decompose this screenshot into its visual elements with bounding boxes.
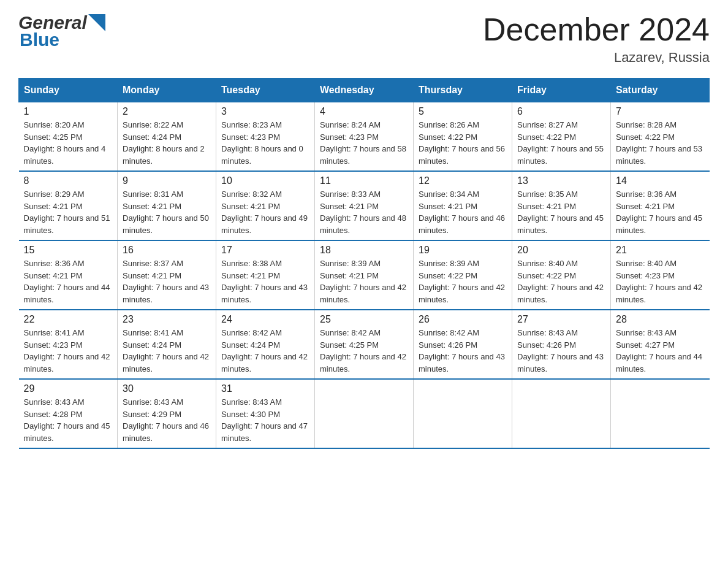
day-number: 5	[419, 106, 507, 117]
day-info: Sunrise: 8:22 AM Sunset: 4:24 PM Dayligh…	[123, 119, 211, 167]
sunrise-label: Sunrise: 8:24 AM	[320, 120, 381, 129]
calendar-cell: 15 Sunrise: 8:36 AM Sunset: 4:21 PM Dayl…	[19, 240, 118, 310]
sunset-label: Sunset: 4:21 PM	[320, 271, 379, 280]
day-number: 2	[123, 106, 211, 117]
calendar-cell: 12 Sunrise: 8:34 AM Sunset: 4:21 PM Dayl…	[414, 171, 512, 240]
daylight-label: Daylight: 7 hours and 58 minutes.	[320, 144, 406, 166]
calendar-cell: 3 Sunrise: 8:23 AM Sunset: 4:23 PM Dayli…	[216, 102, 315, 172]
sunset-label: Sunset: 4:22 PM	[517, 271, 576, 280]
day-info: Sunrise: 8:43 AM Sunset: 4:28 PM Dayligh…	[24, 396, 113, 444]
daylight-label: Daylight: 7 hours and 56 minutes.	[419, 144, 505, 166]
calendar-body: 1 Sunrise: 8:20 AM Sunset: 4:25 PM Dayli…	[19, 102, 710, 449]
daylight-label: Daylight: 7 hours and 43 minutes.	[123, 283, 209, 304]
day-info: Sunrise: 8:42 AM Sunset: 4:24 PM Dayligh…	[221, 327, 309, 375]
logo: General Blue	[18, 12, 105, 50]
sunset-label: Sunset: 4:23 PM	[24, 340, 83, 350]
sunset-label: Sunset: 4:24 PM	[123, 132, 181, 142]
day-info: Sunrise: 8:26 AM Sunset: 4:22 PM Dayligh…	[419, 119, 507, 167]
day-number: 29	[24, 383, 113, 394]
sunrise-label: Sunrise: 8:36 AM	[24, 259, 85, 268]
month-title: December 2024	[483, 12, 710, 47]
calendar-table: Sunday Monday Tuesday Wednesday Thursday…	[18, 78, 710, 449]
calendar-cell: 19 Sunrise: 8:39 AM Sunset: 4:22 PM Dayl…	[414, 240, 512, 310]
day-info: Sunrise: 8:43 AM Sunset: 4:26 PM Dayligh…	[517, 327, 605, 375]
calendar-cell: 4 Sunrise: 8:24 AM Sunset: 4:23 PM Dayli…	[315, 102, 414, 172]
calendar-cell: 2 Sunrise: 8:22 AM Sunset: 4:24 PM Dayli…	[118, 102, 216, 172]
sunset-label: Sunset: 4:27 PM	[616, 340, 675, 350]
day-info: Sunrise: 8:39 AM Sunset: 4:22 PM Dayligh…	[419, 258, 507, 305]
calendar-cell: 7 Sunrise: 8:28 AM Sunset: 4:22 PM Dayli…	[611, 102, 710, 172]
location: Lazarev, Russia	[483, 50, 710, 66]
week-row-5: 29 Sunrise: 8:43 AM Sunset: 4:28 PM Dayl…	[19, 379, 710, 448]
calendar-cell: 10 Sunrise: 8:32 AM Sunset: 4:21 PM Dayl…	[216, 171, 315, 240]
sunrise-label: Sunrise: 8:43 AM	[221, 397, 282, 407]
day-number: 14	[616, 175, 705, 186]
sunset-label: Sunset: 4:21 PM	[221, 202, 280, 211]
day-number: 3	[221, 106, 309, 117]
sunset-label: Sunset: 4:22 PM	[419, 271, 477, 280]
day-info: Sunrise: 8:40 AM Sunset: 4:22 PM Dayligh…	[517, 258, 605, 305]
daylight-label: Daylight: 7 hours and 46 minutes.	[419, 213, 505, 235]
calendar-cell: 25 Sunrise: 8:42 AM Sunset: 4:25 PM Dayl…	[315, 310, 414, 379]
daylight-label: Daylight: 7 hours and 48 minutes.	[320, 213, 406, 235]
daylight-label: Daylight: 8 hours and 4 minutes.	[24, 144, 106, 166]
daylight-label: Daylight: 7 hours and 42 minutes.	[320, 352, 406, 373]
sunset-label: Sunset: 4:21 PM	[123, 202, 181, 211]
day-info: Sunrise: 8:41 AM Sunset: 4:24 PM Dayligh…	[123, 327, 211, 375]
day-info: Sunrise: 8:37 AM Sunset: 4:21 PM Dayligh…	[123, 258, 211, 305]
day-number: 12	[419, 175, 507, 186]
day-info: Sunrise: 8:29 AM Sunset: 4:21 PM Dayligh…	[24, 188, 113, 236]
daylight-label: Daylight: 7 hours and 55 minutes.	[517, 144, 604, 166]
header-monday: Monday	[118, 79, 216, 102]
sunrise-label: Sunrise: 8:39 AM	[320, 259, 381, 268]
calendar-cell: 18 Sunrise: 8:39 AM Sunset: 4:21 PM Dayl…	[315, 240, 414, 310]
sunrise-label: Sunrise: 8:42 AM	[320, 328, 381, 337]
day-info: Sunrise: 8:28 AM Sunset: 4:22 PM Dayligh…	[616, 119, 705, 167]
sunset-label: Sunset: 4:22 PM	[419, 132, 477, 142]
day-info: Sunrise: 8:31 AM Sunset: 4:21 PM Dayligh…	[123, 188, 211, 236]
day-info: Sunrise: 8:32 AM Sunset: 4:21 PM Dayligh…	[221, 188, 309, 236]
sunset-label: Sunset: 4:26 PM	[419, 340, 477, 350]
calendar-cell: 20 Sunrise: 8:40 AM Sunset: 4:22 PM Dayl…	[512, 240, 611, 310]
daylight-label: Daylight: 7 hours and 42 minutes.	[221, 352, 308, 373]
header-row: Sunday Monday Tuesday Wednesday Thursday…	[19, 79, 710, 102]
day-number: 4	[320, 106, 408, 117]
sunset-label: Sunset: 4:21 PM	[221, 271, 280, 280]
sunset-label: Sunset: 4:23 PM	[616, 271, 675, 280]
sunset-label: Sunset: 4:21 PM	[24, 271, 83, 280]
daylight-label: Daylight: 7 hours and 44 minutes.	[616, 352, 702, 373]
day-number: 31	[221, 383, 309, 394]
day-number: 6	[517, 106, 605, 117]
logo-arrow-icon	[88, 14, 105, 31]
day-info: Sunrise: 8:39 AM Sunset: 4:21 PM Dayligh…	[320, 258, 408, 305]
sunrise-label: Sunrise: 8:29 AM	[24, 190, 85, 199]
day-info: Sunrise: 8:40 AM Sunset: 4:23 PM Dayligh…	[616, 258, 705, 305]
sunrise-label: Sunrise: 8:43 AM	[123, 397, 183, 407]
calendar-cell: 17 Sunrise: 8:38 AM Sunset: 4:21 PM Dayl…	[216, 240, 315, 310]
day-number: 27	[517, 314, 605, 325]
logo-blue-text: Blue	[20, 29, 59, 50]
daylight-label: Daylight: 7 hours and 42 minutes.	[419, 283, 505, 304]
day-info: Sunrise: 8:43 AM Sunset: 4:27 PM Dayligh…	[616, 327, 705, 375]
day-number: 23	[123, 314, 211, 325]
title-area: December 2024 Lazarev, Russia	[483, 12, 710, 66]
sunrise-label: Sunrise: 8:43 AM	[24, 397, 85, 407]
day-number: 9	[123, 175, 211, 186]
sunset-label: Sunset: 4:21 PM	[419, 202, 477, 211]
daylight-label: Daylight: 7 hours and 43 minutes.	[517, 352, 604, 373]
day-info: Sunrise: 8:36 AM Sunset: 4:21 PM Dayligh…	[616, 188, 705, 236]
calendar-cell: 22 Sunrise: 8:41 AM Sunset: 4:23 PM Dayl…	[19, 310, 118, 379]
header-wednesday: Wednesday	[315, 79, 414, 102]
header-thursday: Thursday	[414, 79, 512, 102]
day-info: Sunrise: 8:43 AM Sunset: 4:29 PM Dayligh…	[123, 396, 211, 444]
day-number: 26	[419, 314, 507, 325]
sunrise-label: Sunrise: 8:42 AM	[221, 328, 282, 337]
day-info: Sunrise: 8:43 AM Sunset: 4:30 PM Dayligh…	[221, 396, 309, 444]
day-info: Sunrise: 8:41 AM Sunset: 4:23 PM Dayligh…	[24, 327, 113, 375]
sunrise-label: Sunrise: 8:28 AM	[616, 120, 677, 129]
sunset-label: Sunset: 4:21 PM	[24, 202, 83, 211]
sunrise-label: Sunrise: 8:42 AM	[419, 328, 479, 337]
sunrise-label: Sunrise: 8:38 AM	[221, 259, 282, 268]
sunrise-label: Sunrise: 8:36 AM	[616, 190, 677, 199]
sunset-label: Sunset: 4:29 PM	[123, 410, 181, 419]
